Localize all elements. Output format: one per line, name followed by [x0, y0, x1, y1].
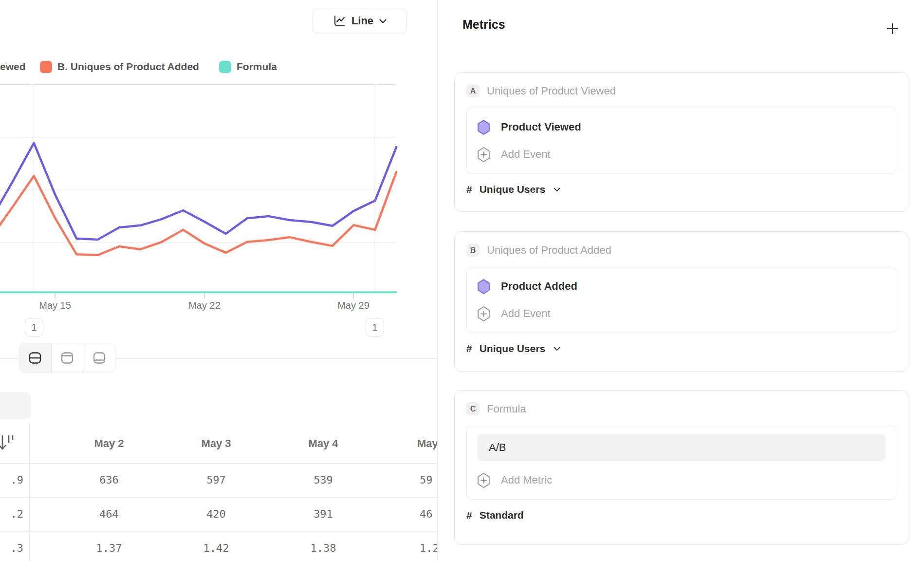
analytics-chart-builder: Line ewed B. Uniques of Product Added Fo… [0, 0, 924, 561]
line-chart-canvas[interactable] [0, 0, 437, 317]
add-metric-label: Add Metric [501, 474, 552, 486]
metrics-panel-title: Metrics [462, 18, 505, 32]
table-row-divider [0, 497, 437, 498]
event-block: Product Viewed Add Event [466, 108, 896, 174]
add-event-label: Add Event [501, 307, 551, 320]
table-header-may-2[interactable]: May 2 [55, 437, 163, 450]
metric-card-b: B Uniques of Product Added Product Added… [454, 231, 908, 372]
layout-split-horizontal-button[interactable] [19, 343, 51, 373]
table-header-may-3[interactable]: May 3 [163, 437, 270, 450]
event-block: Product Added Add Event [466, 267, 896, 333]
frozen-cell: .2 [0, 508, 23, 520]
sort-descending-icon[interactable] [0, 434, 16, 452]
measure-selector[interactable]: # Standard [466, 509, 896, 521]
table-corner-chip[interactable] [0, 392, 31, 419]
layout-panel-bottom-button[interactable] [83, 343, 115, 373]
table-cell: 59 [420, 474, 433, 486]
x-axis-label: May 15 [39, 300, 71, 311]
event-name: Product Added [501, 280, 577, 293]
metric-title: Uniques of Product Added [487, 244, 611, 257]
annotation-badge[interactable]: 1 [25, 318, 43, 337]
metric-card-header: A Uniques of Product Viewed [466, 84, 896, 97]
table-row-divider [0, 531, 437, 532]
metric-title: Uniques of Product Viewed [487, 85, 616, 97]
annotation-badge[interactable]: 1 [366, 318, 384, 337]
event-row[interactable]: Product Viewed [477, 116, 886, 138]
x-axis-label: May 22 [188, 300, 221, 311]
event-name: Product Viewed [501, 121, 581, 133]
table-cell: 420 [163, 508, 270, 520]
add-metric-row[interactable]: Add Metric [477, 469, 886, 491]
event-hexagon-icon [477, 279, 490, 294]
table-cell: 464 [55, 508, 163, 520]
add-event-row[interactable]: Add Event [477, 302, 886, 325]
table-cell: 636 [55, 474, 163, 486]
add-event-hexagon-plus-icon [477, 147, 490, 162]
formula-input[interactable]: A/B [477, 434, 886, 461]
add-event-hexagon-plus-icon [477, 306, 490, 321]
table-cell: 1.37 [55, 542, 163, 554]
panel-top-icon [60, 351, 74, 365]
table-cell: 46 [420, 508, 433, 520]
frozen-column-divider [29, 423, 30, 561]
metric-badge: A [466, 84, 480, 97]
split-horizontal-icon [28, 351, 42, 365]
frozen-cell: .9 [0, 474, 23, 486]
add-event-row[interactable]: Add Event [477, 143, 886, 166]
measure-selector[interactable]: # Unique Users [466, 343, 896, 355]
formula-block: A/B Add Metric [466, 426, 896, 500]
chevron-down-icon [554, 187, 560, 192]
metric-card-c: C Formula A/B Add Metric # Standard [454, 390, 908, 545]
chevron-down-icon [554, 347, 560, 351]
table-cell: 1.2 [420, 542, 439, 554]
add-metric-hexagon-plus-icon [477, 473, 490, 488]
hash-icon: # [466, 343, 472, 355]
measure-label: Standard [480, 509, 524, 521]
metric-badge: C [466, 402, 480, 415]
event-row[interactable]: Product Added [477, 275, 886, 298]
metric-title: Formula [487, 403, 526, 415]
table-cell: 539 [270, 474, 377, 486]
table-cell: 1.42 [163, 542, 270, 554]
metric-card-a: A Uniques of Product Viewed Product View… [454, 72, 908, 212]
layout-panel-top-button[interactable] [51, 343, 83, 373]
table-cell: 391 [270, 508, 377, 520]
add-event-label: Add Event [501, 148, 551, 161]
hash-icon: # [466, 184, 472, 195]
measure-selector[interactable]: # Unique Users [466, 184, 896, 195]
table-header-may-4[interactable]: May 4 [270, 437, 377, 450]
event-hexagon-icon [477, 120, 490, 135]
measure-label: Unique Users [480, 184, 545, 195]
layout-toggle-group [19, 343, 115, 373]
hash-icon: # [466, 509, 472, 521]
metric-badge: B [466, 243, 480, 257]
metric-card-header: C Formula [466, 402, 896, 415]
frozen-cell: .3 [0, 542, 23, 554]
add-metric-button[interactable] [885, 21, 900, 36]
metric-card-header: B Uniques of Product Added [466, 243, 896, 257]
measure-label: Unique Users [480, 343, 545, 355]
x-axis-label: May 29 [337, 300, 370, 311]
panel-bottom-icon [92, 351, 107, 365]
table-cell: 1.38 [270, 542, 377, 554]
table-header-border [0, 463, 437, 464]
panel-divider [437, 0, 438, 561]
table-cell: 597 [163, 474, 270, 486]
plus-icon [886, 22, 899, 36]
table-header-partial[interactable]: May [417, 437, 438, 450]
